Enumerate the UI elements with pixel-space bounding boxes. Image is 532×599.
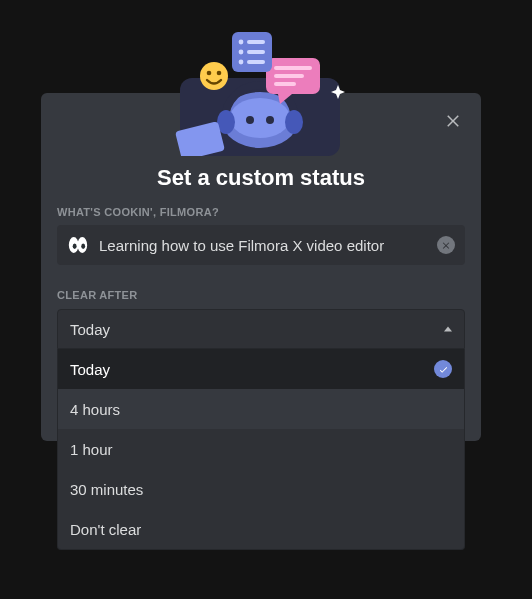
check-icon	[434, 360, 452, 378]
clear-option[interactable]: 1 hour	[58, 429, 464, 469]
x-icon	[441, 236, 451, 254]
status-question-label: WHAT'S COOKIN', FILMORA?	[57, 206, 219, 218]
svg-rect-14	[274, 66, 312, 70]
svg-point-22	[239, 60, 244, 65]
close-icon	[444, 111, 462, 132]
option-label: Don't clear	[70, 521, 141, 538]
option-label: Today	[70, 361, 110, 378]
clear-option[interactable]: Don't clear	[58, 509, 464, 549]
svg-point-2	[73, 243, 77, 249]
svg-point-24	[200, 62, 228, 90]
svg-point-18	[239, 40, 244, 45]
svg-rect-23	[247, 60, 265, 64]
clear-after-selected-value: Today	[70, 321, 110, 338]
option-label: 1 hour	[70, 441, 113, 458]
modal-title: Set a custom status	[41, 165, 481, 191]
close-button[interactable]	[441, 109, 465, 133]
option-label: 30 minutes	[70, 481, 143, 498]
status-text-input[interactable]	[99, 237, 437, 254]
clear-after-dropdown: Today4 hours1 hour30 minutesDon't clear	[57, 349, 465, 550]
clear-option[interactable]: 30 minutes	[58, 469, 464, 509]
clear-option[interactable]: 4 hours	[58, 389, 464, 429]
svg-rect-19	[247, 40, 265, 44]
svg-rect-16	[274, 82, 296, 86]
svg-rect-17	[232, 32, 272, 72]
clear-after-label: CLEAR AFTER	[57, 289, 138, 301]
svg-rect-15	[274, 74, 304, 78]
clear-status-button[interactable]	[437, 236, 455, 254]
eyes-emoji-icon[interactable]	[67, 234, 89, 256]
svg-rect-12	[266, 58, 320, 94]
status-input-row	[57, 225, 465, 265]
svg-point-25	[207, 71, 212, 76]
svg-point-3	[81, 243, 85, 249]
svg-point-26	[217, 71, 222, 76]
clear-option[interactable]: Today	[58, 349, 464, 389]
option-label: 4 hours	[70, 401, 120, 418]
caret-up-icon	[444, 327, 452, 332]
svg-point-20	[239, 50, 244, 55]
svg-rect-21	[247, 50, 265, 54]
clear-after-select[interactable]: Today	[57, 309, 465, 349]
